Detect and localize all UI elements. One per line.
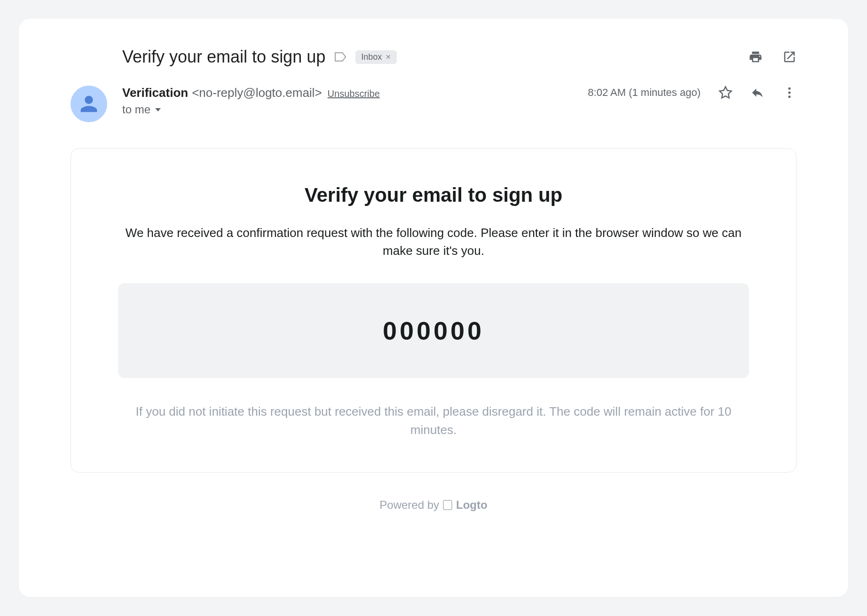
svg-point-1 [788, 92, 791, 94]
open-new-window-button[interactable] [782, 50, 796, 64]
print-icon [749, 50, 763, 64]
timestamp: 8:02 AM (1 minutes ago) [588, 87, 701, 99]
reply-icon [750, 86, 765, 100]
sender-avatar[interactable] [71, 86, 107, 122]
person-icon [77, 92, 101, 116]
recipient-label: to me [122, 103, 150, 116]
verification-code: 000000 [118, 283, 749, 378]
inbox-tag[interactable]: Inbox ✕ [355, 50, 397, 64]
subject-left: Verify your email to sign up Inbox ✕ [122, 47, 397, 67]
more-vertical-icon [782, 86, 796, 100]
recipient-dropdown[interactable]: to me [122, 103, 588, 116]
svg-point-0 [788, 87, 791, 90]
logto-logo-icon [443, 500, 452, 510]
subject-title: Verify your email to sign up [122, 47, 325, 67]
label-chevron-icon[interactable] [334, 52, 347, 62]
inbox-tag-close-icon[interactable]: ✕ [386, 53, 391, 61]
sender-line: Verification <no-reply@logto.email> Unsu… [122, 86, 588, 100]
star-button[interactable] [718, 86, 733, 100]
more-options-button[interactable] [782, 86, 796, 100]
powered-by-label: Powered by [379, 498, 439, 512]
card-disclaimer: If you did not initiate this request but… [118, 403, 749, 439]
star-icon [718, 86, 733, 100]
inbox-tag-label: Inbox [361, 52, 382, 62]
sender-info: Verification <no-reply@logto.email> Unsu… [122, 86, 588, 116]
unsubscribe-link[interactable]: Unsubscribe [328, 88, 380, 99]
sender-email: <no-reply@logto.email> [192, 86, 322, 100]
external-link-icon [782, 50, 796, 64]
chevron-down-icon [155, 108, 161, 111]
email-meta-actions: 8:02 AM (1 minutes ago) [588, 86, 796, 100]
sender-name: Verification [122, 86, 188, 100]
svg-point-2 [788, 95, 791, 98]
print-button[interactable] [749, 50, 763, 64]
reply-button[interactable] [750, 86, 765, 100]
email-container: Verify your email to sign up Inbox ✕ [19, 19, 848, 597]
subject-actions [749, 50, 796, 64]
subject-row: Verify your email to sign up Inbox ✕ [122, 47, 796, 67]
email-footer: Powered by Logto [71, 498, 796, 512]
brand-name: Logto [456, 498, 488, 512]
sender-row: Verification <no-reply@logto.email> Unsu… [71, 86, 796, 122]
verification-card: Verify your email to sign up We have rec… [71, 148, 796, 473]
card-description: We have received a confirmation request … [118, 224, 749, 260]
card-title: Verify your email to sign up [118, 184, 749, 206]
